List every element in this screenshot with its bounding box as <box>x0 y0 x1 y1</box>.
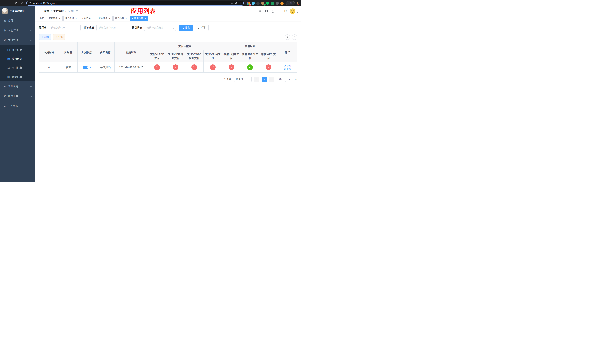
gear-icon <box>3 29 6 32</box>
cell-id: 6 <box>39 62 59 73</box>
refresh-table-button[interactable] <box>292 34 297 40</box>
avatar[interactable] <box>290 8 295 14</box>
search-icon[interactable] <box>258 10 262 13</box>
reset-button[interactable]: 重置 <box>194 25 209 31</box>
chrome-update-button[interactable]: 更新 <box>286 1 295 5</box>
app-name-input[interactable] <box>49 25 81 31</box>
extension-icon[interactable] <box>271 2 274 5</box>
extension-icon[interactable]: 10 <box>247 2 250 5</box>
sidebar-item-pay-order[interactable]: 支付订单 <box>0 63 35 72</box>
dashboard-icon <box>3 19 6 22</box>
sidebar-item-label: 基础设施 <box>8 85 29 88</box>
tab-merchant-info[interactable]: 商户信息 <box>113 16 129 21</box>
close-icon[interactable] <box>144 17 147 20</box>
cell-wx-mini <box>222 62 241 73</box>
status-select[interactable]: 请选择开启状态 <box>144 25 176 31</box>
sidebar-item-infrastructure[interactable]: 基础设施 <box>0 81 35 91</box>
next-page-button[interactable] <box>269 77 274 82</box>
extension-icon[interactable] <box>252 2 255 5</box>
tab-refund-order[interactable]: 退款订单 <box>97 16 113 21</box>
cell-name: 芋道 <box>59 62 77 73</box>
merchant-name-input[interactable] <box>97 25 128 31</box>
prev-page-button[interactable] <box>254 77 259 82</box>
extension-icon[interactable] <box>280 2 284 5</box>
sidebar-item-home[interactable]: 首页 <box>0 16 35 26</box>
cross-icon <box>230 66 233 69</box>
browser-reload-icon[interactable] <box>14 1 19 6</box>
plus-icon <box>41 36 43 38</box>
browser-back-icon[interactable] <box>2 1 7 6</box>
app-logo[interactable]: 芋道管理系统 <box>0 7 35 16</box>
status-badge <box>173 64 178 70</box>
tab-app-info[interactable]: 应用信息 <box>130 16 148 21</box>
password-key-icon[interactable] <box>231 2 234 5</box>
sidebar-item-merchant-info[interactable]: 商户信息 <box>0 45 35 54</box>
tab-flow-form[interactable]: 流程表单 <box>47 16 63 21</box>
check-icon <box>249 66 251 69</box>
chevron-down-icon[interactable] <box>297 11 298 13</box>
sidebar-item-workflow[interactable]: 工作流程 <box>0 101 35 111</box>
chevron-down-icon <box>249 78 250 80</box>
sidebar-item-label: 系统管理 <box>8 29 29 32</box>
column-group-alipay: 支付宝配置 <box>148 42 222 50</box>
sidebar-item-app-info[interactable]: 应用信息 <box>0 54 35 63</box>
browser-home-icon[interactable] <box>20 1 24 6</box>
cell-wx-app <box>259 62 278 73</box>
sidebar-item-payment[interactable]: 支付管理 <box>0 35 35 45</box>
help-icon[interactable] <box>271 10 275 13</box>
column-header-id: 应用编号 <box>39 42 59 62</box>
extension-icon[interactable]: 1 <box>261 2 264 5</box>
refresh-icon <box>293 36 296 38</box>
export-button[interactable]: 导出 <box>53 34 65 40</box>
page-number-current[interactable]: 1 <box>262 77 267 82</box>
browser-forward-icon[interactable] <box>8 1 13 6</box>
close-icon[interactable] <box>58 17 61 20</box>
close-icon[interactable] <box>75 17 77 20</box>
font-size-icon[interactable] <box>284 10 287 13</box>
url-text[interactable]: localhost:1024/pay/app <box>32 2 229 5</box>
tab-user-group[interactable]: 用户分组 <box>64 16 79 21</box>
browser-toolbar: localhost:1024/pay/app 10 1 更新 <box>0 0 301 7</box>
sidebar-toggle-icon[interactable] <box>38 10 41 13</box>
toggle-search-button[interactable] <box>285 34 290 40</box>
app-table: 应用编号 应用名 开启状态 商户名称 创建时间 支付宝配置 微信配置 操作 支付… <box>39 42 297 73</box>
sidebar-item-dev-tools[interactable]: 研发工具 <box>0 91 35 101</box>
browser-menu-icon[interactable] <box>296 2 299 5</box>
fullscreen-icon[interactable] <box>278 10 281 13</box>
page-size-select[interactable]: 10条/页 <box>234 77 252 82</box>
sidebar-item-label: 支付订单 <box>12 66 32 70</box>
add-button[interactable]: 新增 <box>39 34 51 40</box>
delete-link[interactable]: 删除 <box>284 67 291 71</box>
extension-icon[interactable] <box>276 2 279 5</box>
github-icon[interactable] <box>265 10 268 13</box>
tab-home[interactable]: 首页 <box>38 16 46 21</box>
sidebar-item-label: 支付管理 <box>8 39 29 42</box>
edit-link-label: 修改 <box>287 64 291 67</box>
extension-icon[interactable] <box>266 2 269 5</box>
breadcrumb-payment[interactable]: 支付管理 <box>53 10 64 13</box>
tab-pay-order[interactable]: 支付订单 <box>80 16 96 21</box>
status-badge <box>247 64 253 70</box>
cross-icon <box>174 66 177 69</box>
sidebar-item-system[interactable]: 系统管理 <box>0 26 35 35</box>
goto-page-input[interactable] <box>285 77 293 82</box>
status-badge <box>154 64 160 70</box>
close-icon[interactable] <box>92 17 94 20</box>
address-bar[interactable]: localhost:1024/pay/app <box>26 1 244 6</box>
cell-status <box>77 62 96 73</box>
close-icon[interactable] <box>125 17 128 20</box>
bookmark-star-icon[interactable] <box>239 2 242 5</box>
sidebar: 芋道管理系统 首页 系统管理 支付管理 商户信息 <box>0 7 35 182</box>
site-info-icon[interactable] <box>29 2 31 5</box>
edit-link[interactable]: 修改 <box>284 64 291 67</box>
close-icon[interactable] <box>108 17 111 20</box>
status-toggle[interactable] <box>83 65 91 69</box>
share-icon[interactable] <box>235 2 238 5</box>
chevron-down-icon <box>173 27 174 28</box>
search-button[interactable]: 搜索 <box>179 25 193 31</box>
table-header-row: 应用编号 应用名 开启状态 商户名称 创建时间 支付宝配置 微信配置 操作 <box>39 42 297 50</box>
extension-icon[interactable] <box>256 2 259 5</box>
column-header-alipay-qr: 支付宝扫码支付 <box>204 50 222 62</box>
breadcrumb-home[interactable]: 首页 <box>44 10 49 13</box>
sidebar-item-refund-order[interactable]: 退款订单 <box>0 72 35 81</box>
